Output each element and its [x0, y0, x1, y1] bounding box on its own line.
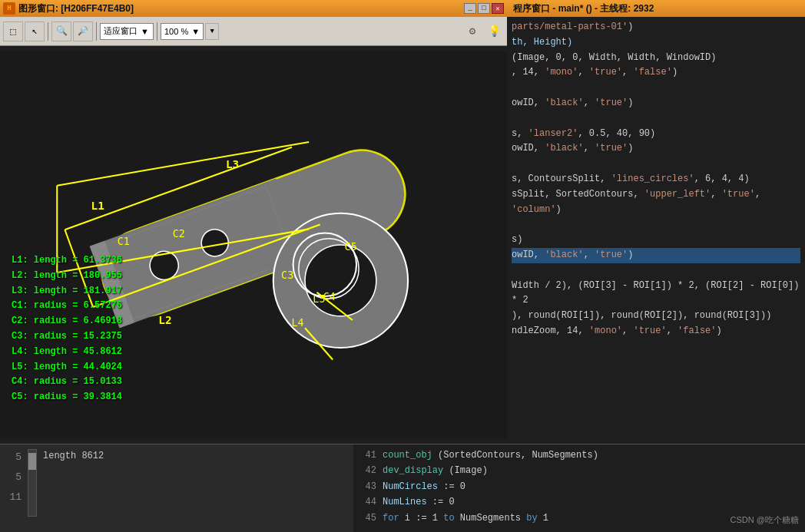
svg-text:L4: L4	[292, 317, 304, 329]
code-line-8: s, 'lanser2', 0.5, 40, 90)	[512, 127, 800, 142]
figure-title-bar: H 图形窗口: [H206FF47E4B0] _ □ ✕	[0, 0, 507, 17]
close-button[interactable]: ✕	[492, 3, 504, 14]
measurement-L2: L2: length = 180.955	[12, 269, 122, 284]
toolbar-zoom-in[interactable]: 🔎	[73, 21, 93, 41]
code-line-14: s)	[512, 233, 800, 248]
toolbar-zoom-out[interactable]: 🔍	[51, 21, 71, 41]
figure-canvas: L1 L2 L3 C1 C2 C3 C4 C5 L4	[0, 46, 507, 444]
svg-text:L5: L5	[313, 293, 325, 305]
measurement-C4: C4: radius = 15.0133	[12, 375, 122, 390]
measurement-C5: C5: radius = 39.3814	[12, 390, 122, 405]
code-line-1: parts/metal-parts-01')	[512, 20, 800, 35]
bottom-panel-content: 5 5 11 length 8612	[0, 444, 353, 532]
vertical-scrollbar[interactable]	[28, 449, 37, 517]
code-line-18: ), round(ROI[1]), round(ROI[2]), round(R…	[512, 309, 800, 324]
code-line-5	[512, 81, 800, 96]
measurement-L1: L1: length = 61.3736	[12, 253, 122, 269]
code-line-12: sSplit, SortedContours, 'upper_left', 't…	[512, 187, 800, 218]
line-numbers: 5 5 11	[6, 449, 22, 506]
svg-text:L3: L3	[226, 158, 239, 170]
code-content-area[interactable]: parts/metal-parts-01') th, Height) (Imag…	[507, 17, 805, 444]
code-line-9: owID, 'black', 'true')	[512, 141, 800, 157]
code-line-15: owID, 'black', 'true')	[512, 248, 800, 263]
measurement-C3: C3: radius = 15.2375	[12, 329, 122, 345]
figure-toolbar: ⬚ ↖ 🔍 🔎 适应窗口 ▼ 100 % ▼ ▼ ⚙ 💡	[0, 17, 507, 46]
measurements-overlay: L1: length = 61.3736 L2: length = 180.95…	[12, 253, 122, 405]
code-title-text: 程序窗口 - main* () - 主线程: 2932	[513, 2, 654, 15]
bottom-left-panel: 5 5 11 length 8612	[0, 444, 353, 532]
code-line-2: th, Height)	[512, 35, 800, 51]
figure-window: H 图形窗口: [H206FF47E4B0] _ □ ✕ ⬚ ↖ 🔍 🔎 适应窗	[0, 0, 507, 444]
measurement-C2: C2: radius = 6.46918	[12, 314, 122, 329]
svg-text:C2: C2	[173, 228, 185, 240]
status-length: length 8612	[43, 451, 104, 461]
maximize-button[interactable]: □	[478, 3, 490, 14]
measurement-L3: L3: length = 181.917	[12, 284, 122, 299]
code-line-6: owID, 'black', 'true')	[512, 96, 800, 111]
measurement-L4: L4: length = 45.8612	[12, 345, 122, 360]
code-line-7	[512, 111, 800, 127]
toolbar-btn-zoom-dropdown[interactable]: ▼	[205, 23, 219, 40]
svg-text:C1: C1	[118, 236, 130, 247]
figure-window-icon: H	[3, 2, 15, 15]
code-line-3: (Image, 0, 0, Width, Width, WindowID)	[512, 51, 800, 66]
code-line-16	[512, 263, 800, 279]
zoom-level-combo[interactable]: 100 % ▼	[161, 23, 204, 40]
toolbar-pointer-tool[interactable]: ↖	[25, 21, 45, 41]
svg-text:C3: C3	[281, 269, 293, 281]
measurement-L5: L5: length = 44.4024	[12, 360, 122, 375]
bottom-area: 5 5 11 length 8612 41 count_obj (SortedC…	[0, 444, 805, 532]
code-line-13	[512, 217, 800, 233]
csdn-watermark: CSDN @吃个糖糖	[730, 514, 799, 526]
bottom-code-line-44: 44 NumLines := 0	[359, 494, 799, 510]
svg-text:C5: C5	[345, 241, 357, 253]
code-line-10	[512, 157, 800, 172]
code-line-19: ndleZoom, 14, 'mono', 'true', 'false')	[512, 324, 800, 339]
measurement-C1: C1: radius = 6.57276	[12, 299, 122, 314]
code-line-11: s, ContoursSplit, 'lines_circles', 6, 4,…	[512, 172, 800, 187]
toolbar-select-tool[interactable]: ⬚	[3, 21, 23, 41]
svg-text:L2: L2	[158, 314, 171, 326]
toolbar-light-icon[interactable]: 💡	[484, 21, 504, 41]
code-line-4: , 14, 'mono', 'true', 'false')	[512, 65, 800, 81]
code-window: 程序窗口 - main* () - 主线程: 2932 parts/metal-…	[507, 0, 805, 444]
svg-point-8	[305, 245, 376, 316]
figure-title-text: 图形窗口: [H206FF47E4B0]	[18, 2, 134, 15]
fit-window-combo[interactable]: 适应窗口 ▼	[100, 23, 154, 40]
code-line-17: Width / 2), (ROI[3] - ROI[1]) * 2, (ROI[…	[512, 279, 800, 309]
bottom-code-line-43: 43 NumCircles := 0	[359, 479, 799, 494]
bottom-code-line-42: 42 dev_display (Image)	[359, 463, 799, 478]
scrollbar-thumb[interactable]	[28, 453, 36, 470]
toolbar-settings-icon[interactable]: ⚙	[462, 21, 482, 41]
minimize-button[interactable]: _	[464, 3, 476, 14]
bottom-right-panel[interactable]: 41 count_obj (SortedContours, NumSegment…	[353, 444, 805, 532]
code-title-bar: 程序窗口 - main* () - 主线程: 2932	[507, 0, 805, 17]
bottom-code-line-41: 41 count_obj (SortedContours, NumSegment…	[359, 448, 799, 463]
svg-text:L1: L1	[91, 200, 104, 212]
